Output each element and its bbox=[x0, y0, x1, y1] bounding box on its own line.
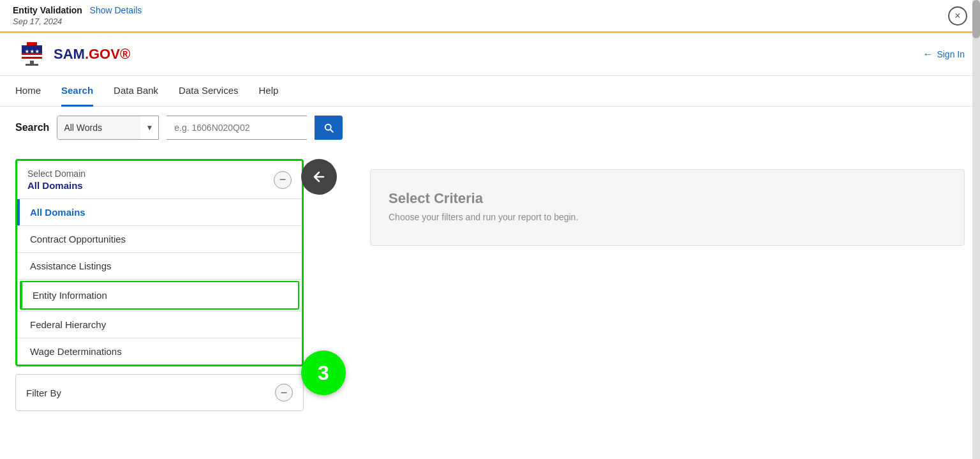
search-icon bbox=[323, 122, 334, 133]
svg-text:★ ★ ★: ★ ★ ★ bbox=[25, 49, 40, 54]
nav-item-home[interactable]: Home bbox=[15, 76, 41, 107]
filter-box: Filter By − bbox=[15, 374, 304, 411]
domain-separator-3 bbox=[17, 279, 302, 280]
search-button[interactable] bbox=[315, 116, 343, 140]
svg-rect-0 bbox=[27, 42, 37, 45]
logo: ★ ★ ★ SAM.GOV® bbox=[15, 41, 130, 68]
sign-in-arrow-icon: ← bbox=[923, 49, 933, 60]
right-panel: Select Criteria Choose your filters and … bbox=[355, 159, 980, 256]
show-details-link[interactable]: Show Details bbox=[90, 5, 142, 15]
left-panel: Select Domain All Domains − All Domains … bbox=[0, 149, 319, 421]
scrollbar[interactable] bbox=[972, 0, 980, 421]
svg-rect-7 bbox=[22, 59, 42, 61]
notification-bar: Entity Validation Show Details Sep 17, 2… bbox=[0, 0, 980, 33]
back-button[interactable] bbox=[301, 159, 337, 195]
entity-validation-label: Entity Validation bbox=[13, 5, 82, 15]
sign-in-button[interactable]: ← Sign In bbox=[923, 49, 965, 60]
scrollbar-thumb[interactable] bbox=[972, 0, 980, 38]
select-dropdown-icon: ▼ bbox=[140, 123, 158, 132]
nav-item-data-bank[interactable]: Data Bank bbox=[114, 76, 158, 107]
criteria-box: Select Criteria Choose your filters and … bbox=[370, 169, 965, 246]
logo-sam: SAM bbox=[54, 46, 85, 62]
domain-item-wage-determinations[interactable]: Wage Determinations bbox=[17, 338, 302, 365]
back-and-right: Select Criteria Choose your filters and … bbox=[319, 159, 980, 256]
criteria-subtitle: Choose your filters and run your report … bbox=[389, 212, 946, 222]
search-type-select[interactable]: All Words Exact Phrase Any Words bbox=[57, 116, 140, 140]
main-nav: Home Search Data Bank Data Services Help bbox=[0, 76, 980, 107]
svg-rect-5 bbox=[22, 55, 42, 57]
domain-item-federal-hierarchy[interactable]: Federal Hierarchy bbox=[17, 312, 302, 338]
nav-item-search[interactable]: Search bbox=[61, 76, 93, 107]
notification-text: Entity Validation Show Details Sep 17, 2… bbox=[13, 5, 142, 26]
domain-header[interactable]: Select Domain All Domains − bbox=[17, 161, 302, 199]
svg-rect-4 bbox=[22, 53, 42, 55]
svg-rect-6 bbox=[22, 57, 42, 59]
search-select-wrapper: All Words Exact Phrase Any Words ▼ bbox=[57, 116, 159, 140]
domain-selected-value: All Domains bbox=[27, 180, 85, 191]
domain-collapse-button[interactable]: − bbox=[274, 171, 292, 189]
domain-item-entity-information[interactable]: Entity Information bbox=[20, 281, 299, 310]
domain-box: Select Domain All Domains − All Domains … bbox=[15, 159, 304, 366]
header: ★ ★ ★ SAM.GOV® ← Sign In bbox=[0, 33, 980, 76]
filter-collapse-button[interactable]: − bbox=[275, 384, 293, 402]
sign-in-label: Sign In bbox=[937, 49, 965, 59]
domain-list: All Domains Contract Opportunities Assis… bbox=[17, 199, 302, 365]
annotation-step-3: 3 bbox=[301, 350, 346, 395]
domain-item-all-domains[interactable]: All Domains bbox=[17, 199, 302, 225]
search-label: Search bbox=[15, 122, 49, 133]
domain-header-text: Select Domain All Domains bbox=[27, 169, 85, 191]
svg-rect-1 bbox=[22, 45, 42, 48]
domain-item-assistance-listings[interactable]: Assistance Listings bbox=[17, 253, 302, 279]
search-input[interactable] bbox=[167, 116, 307, 140]
domain-title: Select Domain bbox=[27, 169, 85, 179]
back-arrow-icon bbox=[311, 169, 327, 184]
panels-row: Select Domain All Domains − All Domains … bbox=[0, 149, 980, 421]
logo-gov: .GOV® bbox=[85, 46, 130, 62]
criteria-title: Select Criteria bbox=[389, 190, 946, 207]
logo-text-group: SAM.GOV® bbox=[54, 46, 130, 63]
notification-date: Sep 17, 2024 bbox=[13, 17, 142, 26]
nav-item-data-services[interactable]: Data Services bbox=[179, 76, 238, 107]
filter-header[interactable]: Filter By − bbox=[16, 375, 303, 410]
samgov-logo-icon: ★ ★ ★ bbox=[15, 41, 48, 68]
svg-rect-8 bbox=[30, 61, 34, 64]
domain-item-contract-opportunities[interactable]: Contract Opportunities bbox=[17, 226, 302, 252]
notification-close-button[interactable]: × bbox=[948, 6, 967, 26]
nav-item-help[interactable]: Help bbox=[258, 76, 278, 107]
filter-title: Filter By bbox=[26, 388, 61, 398]
search-bar-container: Search All Words Exact Phrase Any Words … bbox=[0, 107, 980, 149]
svg-rect-9 bbox=[26, 64, 38, 66]
